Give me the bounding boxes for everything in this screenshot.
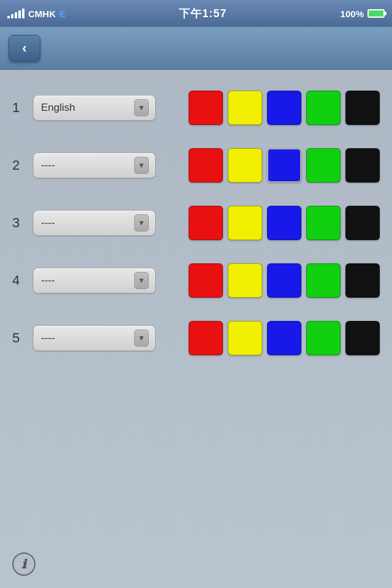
row-1-number: 1 — [12, 100, 27, 116]
row-4-swatches — [189, 263, 380, 298]
row-1: 1 English ▼ — [12, 88, 380, 127]
row-4-dropdown[interactable]: ---- ▼ — [33, 268, 156, 293]
row-4-swatch-red[interactable] — [189, 263, 223, 298]
row-1-swatch-yellow[interactable] — [228, 91, 262, 125]
row-2-dropdown-arrow: ▼ — [134, 157, 149, 174]
carrier-label: CMHK — [28, 9, 56, 19]
row-2-dropdown-text: ---- — [41, 159, 134, 172]
row-5-dropdown[interactable]: ---- ▼ — [33, 325, 156, 351]
row-5-dropdown-text: ---- — [41, 332, 134, 344]
info-icon: ℹ — [21, 557, 26, 571]
row-3-dropdown-text: ---- — [41, 217, 134, 229]
battery-icon — [368, 9, 385, 18]
row-5-swatch-red[interactable] — [189, 321, 223, 355]
row-1-dropdown-arrow: ▼ — [134, 99, 149, 116]
row-4-dropdown-arrow: ▼ — [134, 272, 149, 289]
row-5-swatch-black[interactable] — [345, 321, 380, 355]
row-4-swatch-yellow[interactable] — [228, 263, 262, 298]
row-3-number: 3 — [12, 215, 27, 231]
network-label: E — [59, 9, 66, 19]
row-2-dropdown[interactable]: ---- ▼ — [33, 153, 156, 178]
row-4-dropdown-text: ---- — [41, 274, 134, 287]
row-5-swatch-yellow[interactable] — [228, 321, 262, 355]
row-2-swatch-yellow[interactable] — [228, 148, 262, 183]
main-content: 1 English ▼ 2 ---- ▼ 3 ---- — [0, 70, 392, 588]
time-label: 下午1:57 — [179, 6, 227, 21]
row-5-swatches — [189, 321, 380, 355]
back-button[interactable]: ‹ — [9, 35, 40, 62]
row-5: 5 ---- ▼ — [12, 318, 380, 358]
row-3-dropdown[interactable]: ---- ▼ — [33, 210, 156, 236]
row-1-swatch-green[interactable] — [306, 91, 341, 125]
row-3: 3 ---- ▼ — [12, 203, 380, 243]
row-2-swatch-blue[interactable] — [267, 148, 301, 183]
row-3-swatch-yellow[interactable] — [228, 206, 262, 240]
row-2-swatch-red[interactable] — [189, 148, 223, 183]
row-4-number: 4 — [12, 273, 27, 288]
row-5-number: 5 — [12, 330, 27, 346]
row-4-swatch-blue[interactable] — [267, 263, 301, 298]
battery-label: 100% — [341, 9, 364, 19]
status-left: CMHK E — [7, 9, 66, 19]
row-1-swatches — [189, 91, 380, 125]
row-1-swatch-blue[interactable] — [267, 91, 301, 125]
back-chevron-icon: ‹ — [22, 42, 26, 55]
row-1-swatch-red[interactable] — [189, 91, 223, 125]
row-2-swatch-black[interactable] — [345, 148, 380, 183]
row-5-dropdown-arrow: ▼ — [134, 330, 149, 347]
row-3-swatch-black[interactable] — [345, 206, 380, 240]
row-4-swatch-black[interactable] — [345, 263, 380, 298]
row-2: 2 ---- ▼ — [12, 146, 380, 185]
row-4: 4 ---- ▼ — [12, 261, 380, 300]
row-2-swatch-green[interactable] — [306, 148, 341, 183]
row-3-dropdown-arrow: ▼ — [134, 214, 149, 232]
row-5-swatch-green[interactable] — [306, 321, 341, 355]
row-1-dropdown[interactable]: English ▼ — [33, 95, 156, 121]
status-bar: CMHK E 下午1:57 100% — [0, 0, 392, 27]
row-5-swatch-blue[interactable] — [267, 321, 301, 355]
status-right: 100% — [341, 9, 385, 19]
row-2-swatches — [189, 148, 380, 183]
nav-bar: ‹ — [0, 27, 392, 70]
row-4-swatch-green[interactable] — [306, 263, 341, 298]
row-3-swatch-red[interactable] — [189, 206, 223, 240]
row-1-dropdown-text: English — [41, 102, 134, 114]
info-button[interactable]: ℹ — [12, 552, 36, 576]
signal-bars — [7, 9, 24, 18]
row-3-swatches — [189, 206, 380, 240]
row-3-swatch-green[interactable] — [306, 206, 341, 240]
row-3-swatch-blue[interactable] — [267, 206, 301, 240]
row-2-number: 2 — [12, 157, 27, 173]
row-1-swatch-black[interactable] — [345, 91, 380, 125]
